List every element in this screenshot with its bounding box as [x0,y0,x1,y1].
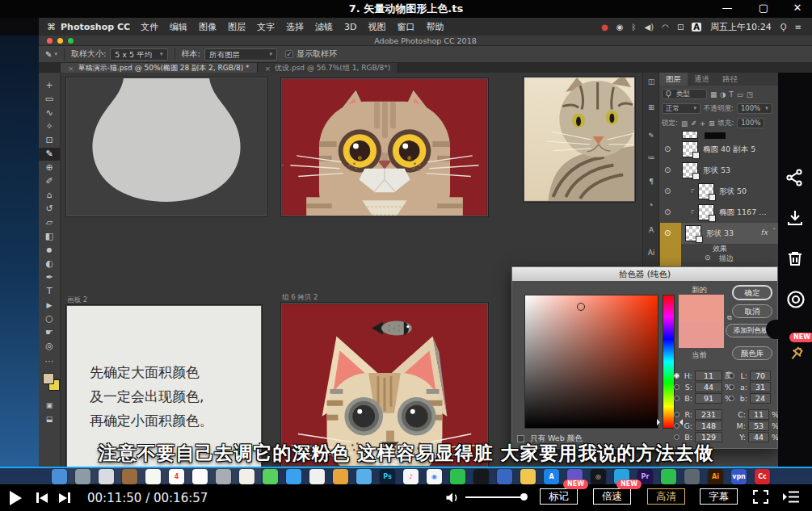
layer-row-partial[interactable] [659,129,779,139]
visibility-eye-icon[interactable]: ⊙ [664,165,671,174]
record-icon[interactable]: ● [601,23,608,31]
quick-mask-icon[interactable]: ▣ [39,399,60,412]
lab-b-field-row[interactable]: b:24 [729,393,771,404]
volume-knob[interactable] [520,493,528,501]
eyedropper-tool[interactable]: ✎ [39,148,60,161]
lock-transparent-icon[interactable]: ▨ [681,119,688,128]
visibility-eye-icon[interactable]: ⊙ [664,207,671,216]
path-selection-tool[interactable]: ▶ [39,299,60,312]
type-tool[interactable]: T [39,285,60,298]
canvas-cat-illustration-1[interactable] [281,78,488,216]
close-icon[interactable]: ✕ [789,2,806,14]
dock-icon-messages[interactable] [263,469,278,484]
saturation-field-row[interactable]: S:44% [674,382,732,392]
screen-mode-icon[interactable]: ⬓ [39,413,60,425]
dock-icon-blue-app[interactable] [497,469,512,484]
artboard-label[interactable]: 画板 2 [67,295,87,305]
brightness-field-row[interactable]: B:91% [674,393,732,404]
dock-icon-illustrator[interactable]: Ai [708,469,723,484]
crop-tool[interactable]: ⊡ [39,134,60,147]
sample-size-select[interactable]: 5 x 5 平均▾ [110,48,167,61]
mark-button[interactable]: 标记 [540,488,578,505]
history-brush-tool[interactable]: ↺ [39,203,60,216]
canvas-cat-photo[interactable] [524,77,635,202]
wifi-icon[interactable]: ◠ [662,23,669,31]
properties-panel-icon[interactable]: ≔ [643,153,659,161]
dodge-tool[interactable]: ◐ [39,258,60,270]
hue-field-row[interactable]: H:11度 [674,371,733,381]
layer-filter-input[interactable]: Ϙ类型 [662,89,707,99]
dock-icon-twitter[interactable] [356,469,372,484]
zoom-tool[interactable]: ◎ [39,340,60,353]
dock-icon-settings[interactable] [216,469,231,484]
group-label[interactable]: 组 6 拷贝 2 [282,293,318,303]
stroke-effect-row[interactable]: ⊙ 描边 [659,253,779,263]
play-button[interactable] [10,491,22,505]
canvas-draft-silhouette[interactable] [66,77,267,216]
layer-row[interactable]: ⊙ ┌ 椭圆 1167 … [659,202,779,223]
cancel-button[interactable]: 取消 [732,304,772,318]
red-field-row[interactable]: R:231 [674,409,722,420]
dock-icon-vpn[interactable]: vpn [731,469,747,484]
cyan-field-row[interactable]: C:11% [735,409,779,420]
menu-layer[interactable]: 图层 [228,21,246,33]
layer-fx-icon[interactable]: fx [761,228,768,237]
quality-button[interactable]: 高清 [647,488,685,505]
pin-favorite-icon[interactable] [785,344,806,365]
dock-icon-finder[interactable] [52,469,67,484]
dock-icon-keynote[interactable] [333,469,348,484]
battery-icon[interactable]: ⊡ [677,23,684,31]
volume-icon[interactable] [445,492,460,504]
record-button-icon[interactable] [785,289,806,310]
ellipse-tool[interactable]: ○ [39,312,60,325]
brushes-panel-icon[interactable]: ✎ [643,132,659,140]
blur-tool[interactable]: ● [39,244,60,257]
gamut-warning-icon[interactable]: ⧉ [727,314,732,322]
marquee-tool[interactable]: ▭ [39,93,60,106]
speed-button[interactable]: 倍速 [593,488,631,505]
paragraph-panel-icon[interactable]: ¶ [643,178,659,186]
magenta-field-row[interactable]: M:53% [735,421,779,431]
hand-tool[interactable]: ☛ [39,326,60,339]
video-frame[interactable]: ⌘ Photoshop CC 文件 编辑 图像 图层 文字 选择 滤镜 3D 视… [0,18,812,484]
minimize-icon[interactable]: — [719,2,735,14]
previous-button[interactable] [36,492,48,503]
hue-arrow-left[interactable] [657,419,663,425]
clone-stamp-tool[interactable]: ⌂ [39,189,60,202]
layer-row[interactable]: ⊙ 椭圆 40 副本 5 [659,139,779,160]
playlist-icon[interactable] [782,490,800,504]
maximize-icon[interactable]: ▢ [755,2,772,14]
opacity-value[interactable]: 100%▾ [737,103,772,114]
tab-channels[interactable]: 通道 [688,73,716,86]
move-tool[interactable]: + [39,79,60,92]
filter-type-icon[interactable]: T [729,90,733,98]
layer-row[interactable]: ⊙ ┌ 形状 50 [659,181,779,202]
pen-tool[interactable]: ✒ [39,271,60,284]
eraser-tool[interactable]: ▱ [39,216,60,229]
filter-pixel-icon[interactable]: ▦ [710,90,717,98]
dock-icon-preview[interactable] [99,469,114,484]
menu-3d[interactable]: 3D [344,22,356,32]
glyphs-panel-icon[interactable]: A [643,226,659,234]
dock-icon-appstore[interactable]: A [544,469,559,484]
dock-icon-photos[interactable] [239,469,255,484]
dock-icon-bee[interactable] [520,469,536,484]
dock-icon-launchpad[interactable] [75,469,90,484]
swatches-panel-icon[interactable]: ⊞ [643,103,659,111]
menubar-clock[interactable]: 周五上午10:24 [710,21,772,33]
eyedropper-icon[interactable]: ✎ [45,50,52,59]
volume-icon[interactable]: ◀) [645,23,654,31]
color-panel-icon[interactable]: ◫ [643,77,659,86]
trash-icon[interactable] [785,249,805,268]
next-button[interactable] [59,492,70,503]
notification-center-icon[interactable]: ≡ [795,23,801,31]
dock-icon-obs[interactable]: ◎ [591,469,606,484]
sample-select[interactable]: 所有图层▾ [204,48,277,61]
lock-pixels-icon[interactable]: ✐ [691,119,696,128]
dock-icon-wechat[interactable] [661,469,676,484]
dock-icon-qq[interactable] [473,469,489,484]
lock-all-icon[interactable]: ⊠ [709,119,714,128]
volume-slider[interactable] [465,496,524,498]
layer-row[interactable]: ⊙ 形状 53 [659,160,779,181]
blend-mode-select[interactable]: 正常▾ [662,103,701,114]
